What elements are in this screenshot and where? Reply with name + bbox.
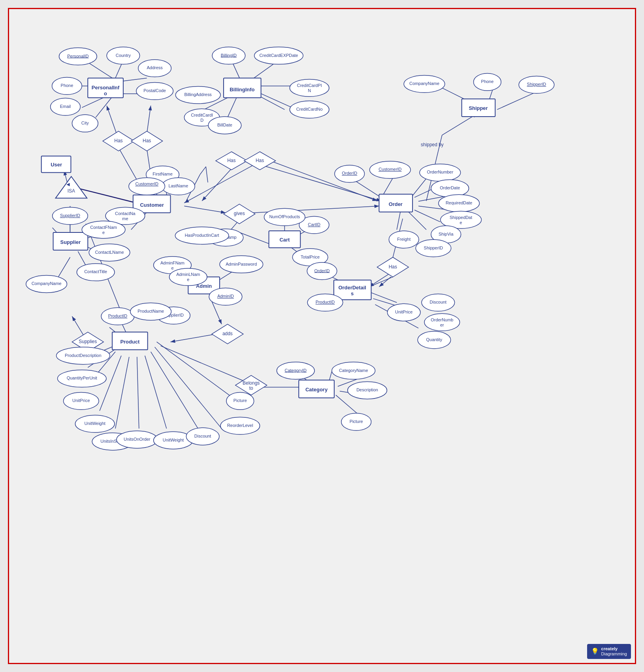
- attr-shipperid-ord-label: ShipperID: [424, 245, 443, 250]
- attr-customerid-cu: [129, 178, 165, 195]
- attr-customerid-ord-label: CustomerID: [378, 167, 401, 172]
- attr-adminfname-label2: e: [171, 266, 173, 270]
- attr-personalid-label: PersonalID: [67, 54, 89, 59]
- attr-ordernumber-label: OrderNumber: [427, 170, 453, 174]
- attr-contacttitle-label: ContactTitle: [84, 270, 107, 274]
- svg-line-33: [206, 167, 208, 183]
- attr-ordernumber-od-label2: er: [440, 323, 444, 327]
- attr-picture-p-label: Picture: [233, 398, 247, 403]
- attr-discount-od-label: Discount: [430, 300, 447, 304]
- attr-adminlname-label2: e: [187, 277, 189, 282]
- attr-phone-sh-label: Phone: [481, 79, 494, 84]
- svg-line-43: [397, 210, 401, 230]
- attr-unitsonorder-label: UnitsOnOrder: [124, 437, 151, 442]
- attr-phone-pi-label: Phone: [61, 83, 73, 88]
- attr-billdate-label: BillDate: [217, 123, 232, 127]
- attr-ordernumber-od-label1: OrderNumb: [431, 317, 453, 322]
- attr-unitweight-p2-label: UnitWeight: [163, 438, 184, 442]
- svg-line-85: [155, 347, 222, 428]
- attr-shipvia-label: ShipVia: [439, 232, 454, 236]
- attr-ccid-label1: CreditCardI: [191, 113, 213, 117]
- attr-ccid-label2: D: [200, 118, 203, 123]
- svg-line-81: [115, 357, 129, 428]
- svg-line-41: [414, 210, 440, 222]
- attr-shippeddate-label1: ShippedDat: [450, 215, 472, 220]
- attr-adminfname-label1: AdminFNam: [160, 260, 185, 265]
- entity-supplier-label: Supplier: [60, 239, 81, 245]
- creately-logo: 💡 creately Diagramming: [587, 644, 631, 659]
- entity-orderdetails-label2: s: [351, 291, 354, 296]
- svg-line-18: [497, 92, 537, 109]
- attr-orderdate-label: OrderDate: [440, 185, 460, 190]
- attr-customerid-cu-label: CustomerID: [135, 181, 158, 186]
- attr-contactname-label1: ContactNa: [115, 211, 136, 216]
- attr-categoryid-label: CategoryID: [285, 368, 307, 373]
- attr-orderid-label: OrderID: [342, 171, 357, 176]
- shipped-by-label: shipped by: [421, 142, 444, 147]
- entity-order-label: Order: [389, 201, 403, 207]
- attr-productdesc-label: ProductDescription: [65, 353, 101, 358]
- attr-country-label: Country: [116, 53, 131, 58]
- rel-has-right-label: Has: [143, 138, 151, 143]
- attr-adminlname-label1: AdminLNam: [176, 272, 200, 277]
- entity-cart-label: Cart: [279, 237, 290, 243]
- rel-has-left-label: Has: [114, 138, 122, 143]
- attr-email-label: Email: [60, 104, 71, 109]
- rel-has-billing-left-label: Has: [227, 158, 235, 163]
- logo-text: creately Diagramming: [601, 646, 627, 657]
- rel-belongs-to-label1: Belongs: [243, 380, 260, 386]
- svg-line-34: [184, 206, 226, 213]
- attr-address-label: Address: [147, 65, 163, 70]
- entity-user-label: User: [51, 162, 62, 168]
- attr-adminpassword-label: AdminPassword: [226, 262, 257, 266]
- svg-line-7: [96, 98, 111, 117]
- svg-line-32: [200, 167, 206, 175]
- attr-numofproducts-label: NumOfProducts: [269, 214, 300, 219]
- attr-contactlname-label: ContactLName: [95, 250, 124, 255]
- attr-quantity-od-label: Quantity: [426, 337, 443, 342]
- attr-categoryname-label: CategoryName: [339, 368, 368, 373]
- svg-line-15: [228, 96, 237, 117]
- entity-billinginfo-label: BillingInfo: [230, 87, 254, 92]
- attr-adminid-label: AdminID: [217, 294, 234, 298]
- attr-discount-p-label: Discount: [194, 434, 211, 438]
- svg-line-54: [371, 293, 397, 302]
- entity-category-label: Category: [305, 387, 328, 393]
- attr-freight-label: Freight: [397, 237, 411, 242]
- isa-label: ISA: [68, 188, 75, 194]
- attr-requireddate-label: RequiredDate: [446, 200, 473, 205]
- rel-gives-label: gives: [234, 211, 245, 216]
- svg-line-84: [151, 352, 198, 428]
- attr-unitprice-p-label: UnitPrice: [72, 398, 90, 403]
- main-diagram-container: PersonalInf o BillingInfo Shipper User C…: [8, 8, 636, 664]
- attr-productid-label: ProductID: [108, 313, 128, 318]
- attr-description-cat-label: Description: [356, 387, 378, 392]
- rel-adds-label: adds: [222, 331, 233, 336]
- svg-line-83: [145, 356, 167, 428]
- svg-line-66: [58, 257, 70, 277]
- isa-arrow-icon: ◄: [65, 181, 71, 187]
- attr-picture-cat-label: Picture: [350, 419, 363, 424]
- attr-shipperid-sh-label: ShipperID: [527, 82, 546, 87]
- attr-firstname-label: FirstName: [153, 172, 172, 176]
- attr-shippeddate-label2: e: [460, 220, 462, 225]
- entity-personalinfo-label2: o: [104, 91, 107, 96]
- attr-quantityperunit-label: QuantityPerUnit: [67, 376, 97, 380]
- attr-contactfname-label1: ContactFNam: [90, 225, 117, 230]
- attr-ccpin-label2: N: [308, 88, 311, 93]
- attr-unitprice-od-label: UnitPrice: [395, 310, 412, 314]
- attr-ccno-label: CreditCardNo: [296, 107, 323, 111]
- entity-orderdetails-label1: OrderDetail: [338, 285, 366, 291]
- logo-icon: 💡: [591, 647, 599, 655]
- entity-shipper-label: Shipper: [469, 105, 488, 111]
- svg-line-2: [88, 62, 115, 80]
- entity-customer-label: Customer: [140, 202, 164, 208]
- attr-unitweight-p-label: UnitWeight: [85, 421, 105, 426]
- rel-has-billing-right-label: Has: [256, 158, 264, 163]
- svg-line-42: [409, 212, 426, 230]
- rel-belongs-to-label2: to: [249, 385, 253, 391]
- attr-contactname-label2: me: [122, 216, 128, 221]
- attr-orderid-od-label: OrderID: [314, 268, 330, 273]
- attr-productname-label: ProductName: [137, 309, 164, 313]
- attr-supplierid-label: SupplierID: [60, 213, 80, 218]
